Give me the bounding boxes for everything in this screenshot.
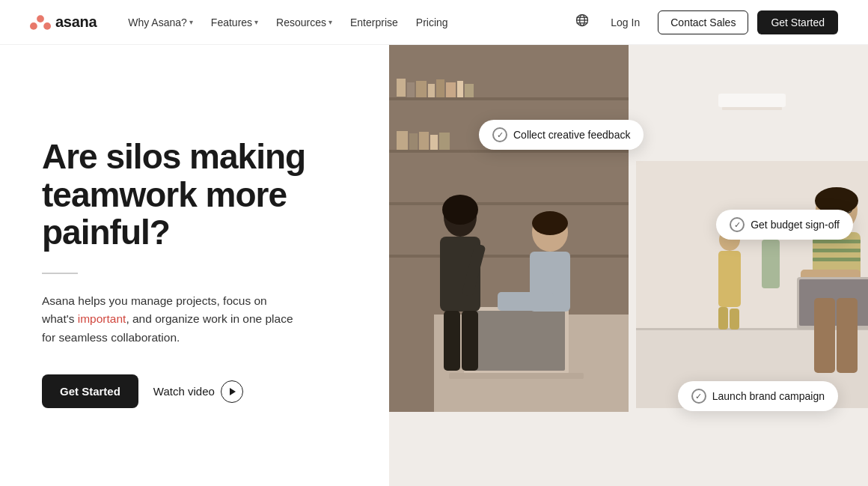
svg-rect-62 [813, 258, 861, 261]
watch-video-button[interactable]: Watch video [153, 380, 243, 403]
hero-left: Are silos making teamwork more painful? … [0, 45, 389, 486]
svg-rect-25 [430, 135, 438, 150]
svg-rect-61 [813, 249, 861, 252]
svg-rect-66 [814, 298, 835, 373]
svg-point-32 [442, 195, 478, 225]
divider [42, 273, 78, 274]
svg-rect-35 [444, 311, 460, 371]
logo-icon [30, 13, 51, 31]
check-icon: ✓ [691, 389, 706, 404]
navigation: asana Why Asana? ▾ Features ▾ Resources … [0, 0, 868, 45]
svg-rect-36 [462, 311, 478, 371]
contact-sales-button[interactable]: Contact Sales [658, 10, 748, 34]
nav-links: Why Asana? ▾ Features ▾ Resources ▾ Ente… [120, 12, 572, 33]
svg-rect-13 [389, 255, 629, 258]
svg-rect-23 [409, 133, 418, 150]
hero-right: ✓ Collect creative feedback ✓ Get budget… [389, 45, 868, 486]
language-button[interactable] [572, 10, 593, 34]
svg-rect-10 [389, 97, 629, 100]
svg-rect-67 [837, 298, 858, 373]
hero-images [389, 45, 868, 486]
logo-text: asana [55, 13, 97, 31]
nav-features[interactable]: Features ▾ [204, 12, 266, 33]
get-started-nav-button[interactable]: Get Started [757, 10, 838, 34]
main-content: Are silos making teamwork more painful? … [0, 45, 868, 486]
get-started-button[interactable]: Get Started [42, 374, 138, 408]
play-triangle [230, 388, 236, 395]
description: Asana helps you manage projects, focus o… [42, 292, 296, 347]
cta-row: Get Started Watch video [42, 374, 359, 408]
globe-icon [575, 13, 590, 28]
chevron-down-icon: ▾ [254, 18, 258, 26]
svg-rect-11 [389, 150, 629, 153]
badge-launch-campaign: ✓ Launch brand campaign [678, 381, 838, 411]
svg-point-0 [37, 15, 44, 22]
svg-rect-16 [416, 81, 427, 97]
nav-actions: Log In Contact Sales Get Started [572, 10, 838, 34]
headline: Are silos making teamwork more painful? [42, 138, 359, 252]
svg-rect-29 [468, 311, 565, 371]
nav-enterprise[interactable]: Enterprise [343, 12, 406, 33]
svg-point-1 [30, 22, 37, 30]
svg-rect-21 [465, 84, 474, 97]
svg-rect-43 [718, 94, 786, 107]
svg-rect-17 [428, 84, 435, 97]
svg-rect-60 [813, 240, 861, 243]
chevron-down-icon: ▾ [328, 18, 332, 26]
svg-rect-49 [718, 251, 741, 307]
chevron-down-icon: ▾ [189, 18, 193, 26]
login-button[interactable]: Log In [602, 12, 649, 33]
nav-pricing[interactable]: Pricing [409, 12, 456, 33]
nav-resources[interactable]: Resources ▾ [269, 12, 340, 33]
check-icon: ✓ [492, 127, 507, 142]
svg-rect-53 [762, 240, 780, 288]
svg-rect-40 [498, 292, 554, 311]
logo[interactable]: asana [30, 13, 97, 31]
svg-rect-14 [397, 79, 406, 97]
badge-get-budget: ✓ Get budget sign-off [716, 210, 853, 240]
svg-rect-24 [419, 132, 429, 150]
svg-rect-19 [446, 82, 456, 97]
play-icon [221, 380, 243, 403]
svg-rect-12 [389, 202, 629, 205]
important-link[interactable]: important [78, 312, 126, 325]
svg-point-2 [43, 22, 51, 30]
svg-rect-44 [722, 107, 782, 110]
svg-rect-20 [457, 81, 463, 97]
badge-collect-feedback: ✓ Collect creative feedback [479, 120, 644, 150]
svg-rect-22 [397, 131, 408, 150]
svg-point-38 [532, 211, 568, 235]
svg-rect-26 [439, 133, 450, 150]
check-icon: ✓ [730, 217, 745, 232]
svg-rect-18 [436, 79, 444, 97]
svg-rect-15 [407, 82, 415, 97]
svg-rect-50 [718, 307, 728, 329]
svg-rect-51 [730, 309, 739, 329]
svg-rect-30 [449, 373, 584, 379]
nav-why-asana[interactable]: Why Asana? ▾ [120, 12, 201, 33]
